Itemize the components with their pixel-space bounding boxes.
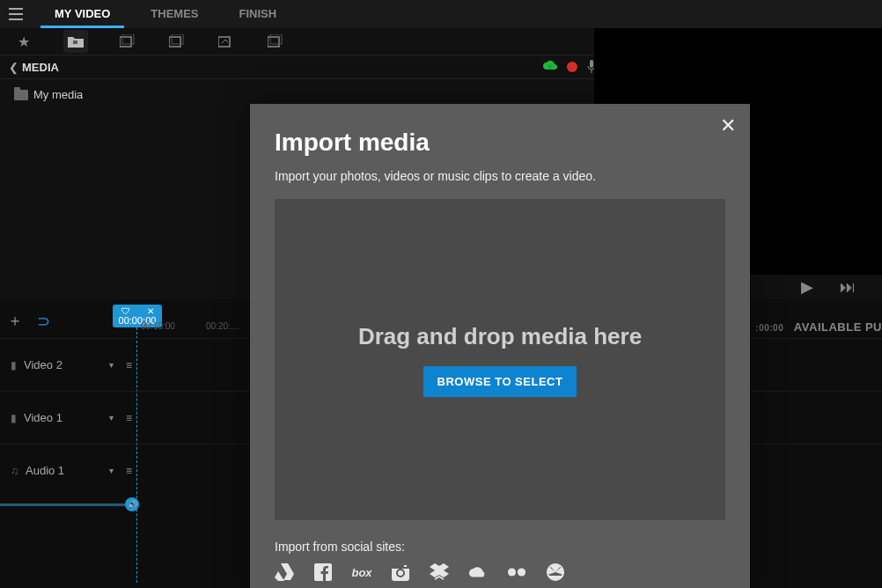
edit-stack-icon[interactable] (217, 32, 236, 51)
svg-rect-3 (169, 37, 180, 47)
track-dropdown-icon[interactable]: ▾ (109, 466, 114, 475)
avail-label: AVAILABLE PU (794, 320, 882, 334)
social-label: Import from social sites: (275, 540, 725, 554)
google-drive-icon[interactable] (275, 562, 294, 582)
facebook-icon[interactable] (313, 562, 333, 582)
folder-tab-icon[interactable] (63, 30, 88, 53)
star-icon[interactable]: ★ (14, 32, 33, 51)
browse-button[interactable]: BROWSE TO SELECT (423, 366, 577, 397)
instagram-icon[interactable] (391, 562, 410, 582)
svg-rect-13 (404, 565, 407, 567)
track-label: Video 2 (24, 358, 62, 371)
music-icon: ♫ (11, 465, 18, 477)
tab-my-video[interactable]: MY VIDEO (40, 0, 124, 28)
next-icon[interactable]: ⏭ (840, 278, 856, 297)
track-dropdown-icon[interactable]: ▾ (109, 360, 114, 370)
cloud-upload-icon[interactable] (542, 61, 558, 73)
magnet-icon[interactable]: ⊃ (37, 312, 50, 331)
svg-point-15 (518, 568, 526, 576)
video-stack-icon[interactable] (167, 32, 187, 51)
top-tab-bar: MY VIDEO THEMES FINISH (0, 0, 882, 28)
menu-icon[interactable] (4, 2, 28, 26)
dropbox-icon[interactable] (430, 562, 449, 582)
svg-rect-8 (590, 60, 593, 68)
track-menu-icon[interactable]: ≡ (126, 359, 132, 371)
add-track-icon[interactable]: ＋ (7, 310, 23, 331)
import-media-modal: ✕ Import media Import your photos, video… (250, 104, 750, 588)
svg-rect-1 (120, 37, 131, 47)
svg-rect-0 (73, 40, 77, 44)
track-label: Audio 1 (26, 464, 64, 477)
close-icon[interactable]: ✕ (720, 114, 736, 137)
film-icon: ▮ (11, 359, 17, 371)
film-icon: ▮ (11, 412, 17, 424)
svg-rect-6 (268, 37, 279, 47)
audio-volume-slider[interactable]: 🔊 (0, 500, 139, 509)
track-menu-icon[interactable]: ≡ (126, 465, 132, 477)
social-import: Import from social sites: box (275, 540, 725, 582)
svg-rect-4 (172, 34, 183, 44)
lock-playhead-icon: 🛡 (121, 306, 130, 316)
ruler-tick: 00:10:00 (141, 321, 206, 331)
svg-rect-7 (270, 34, 282, 44)
cut-playhead-icon: ✕ (147, 306, 154, 316)
modal-title: Import media (275, 129, 725, 157)
folder-label: My media (33, 88, 83, 101)
track-dropdown-icon[interactable]: ▾ (109, 413, 114, 423)
image-stack-icon[interactable] (118, 32, 137, 51)
box-icon[interactable]: box (352, 562, 371, 582)
media-back[interactable]: ❮ MEDIA (9, 61, 59, 74)
gallery-stack-icon[interactable] (266, 32, 285, 51)
record-icon[interactable] (567, 62, 577, 72)
volume-knob-icon[interactable]: 🔊 (125, 497, 139, 511)
timeline-available: :00:00 AVAILABLE PU (755, 320, 882, 334)
onedrive-icon[interactable] (468, 562, 488, 582)
track-menu-icon[interactable]: ≡ (126, 412, 132, 424)
picasa-icon[interactable] (546, 562, 565, 582)
avail-time: :00:00 (755, 323, 783, 333)
svg-point-14 (508, 568, 516, 576)
svg-rect-2 (122, 34, 134, 44)
dropzone[interactable]: Drag and drop media here BROWSE TO SELEC… (275, 199, 725, 520)
track-label: Video 1 (24, 411, 62, 424)
folder-my-media[interactable]: My media (14, 88, 580, 101)
play-icon[interactable]: ▶ (801, 277, 813, 297)
media-title: MEDIA (22, 61, 59, 74)
dropzone-message: Drag and drop media here (358, 323, 642, 350)
modal-subtitle: Import your photos, videos or music clip… (275, 169, 725, 183)
flickr-icon[interactable] (507, 562, 526, 582)
folder-icon (14, 90, 28, 100)
tab-finish[interactable]: FINISH (225, 0, 291, 28)
tab-themes[interactable]: THEMES (136, 0, 212, 28)
